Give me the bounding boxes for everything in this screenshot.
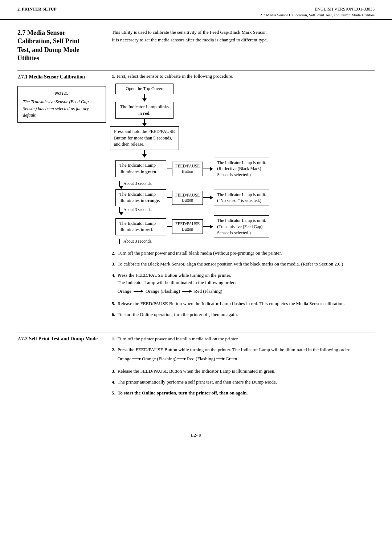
header-right: ENGLISH VERSION EO1-33035 2.7 Media Sens… — [260, 7, 375, 17]
step-272-1-num: 1. — [112, 335, 115, 343]
page-content: 2.7 Media Sensor Calibration, Self Print… — [0, 20, 392, 425]
fc-box-1: Open the Top Cover. — [115, 84, 173, 94]
subsection-271-left: 2.7.1 Media Sensor Calibration NOTE: The… — [17, 73, 112, 322]
section-title-left: 2.7 Media Sensor Calibration, Self Print… — [17, 29, 112, 63]
fc-arrow-right-3 — [203, 225, 213, 228]
step1-text: First, select the sensor to calibrate in… — [117, 73, 233, 79]
step-272-1: 1. Turn off the printer power and instal… — [112, 335, 375, 343]
step-272-2-num: 2. — [112, 346, 115, 353]
fc-branch-2-row: The Indicator Lamp illuminates in orange… — [115, 189, 269, 206]
step-6-num: 6. — [112, 311, 115, 318]
seq-arrow-1 — [132, 290, 145, 293]
steps-271: 2. Turn off the printer power and instal… — [112, 250, 375, 318]
fc-down-line-3 — [144, 150, 145, 154]
step-2-text: Turn off the printer power and install b… — [118, 250, 375, 257]
step-272-4: 4. The printer automatically performs a … — [112, 378, 375, 386]
step-272-4-num: 4. — [112, 378, 115, 386]
flowchart: Open the Top Cover. The Indicator Lamp b… — [115, 84, 375, 244]
fc-arrowhead-2 — [142, 123, 147, 126]
fc-about-2: About 3 seconds. — [119, 207, 152, 212]
step-272-3: 3. Release the FEED/PAUSE Button when th… — [112, 368, 375, 375]
fc-box-2: The Indicator Lamp blinks in red. — [115, 102, 173, 119]
section-desc1: This utility is used to calibrate the se… — [112, 29, 375, 36]
page-header: 2. PRINTER SETUP ENGLISH VERSION EO1-330… — [0, 0, 392, 20]
fc-arrow-right-1 — [203, 167, 213, 171]
step-272-3-text: Release the FEED/PAUSE Button when the I… — [118, 368, 375, 375]
fc-arrowhead-3 — [142, 154, 147, 158]
fc-branch-2-result: The Indicator Lamp is unlit. ("No sensor… — [214, 190, 269, 206]
page-number: E2- 9 — [191, 432, 201, 438]
step-3-text: To calibrate the Black Mark Sensor, alig… — [118, 260, 375, 268]
fc-down-arrow-2b — [119, 212, 123, 215]
fc-about-1: About 3 seconds. — [119, 181, 152, 186]
subsection-271: 2.7.1 Media Sensor Calibration NOTE: The… — [17, 73, 375, 322]
step-3-num: 3. — [112, 260, 115, 268]
subsection-272-heading: 2.7.2 Self Print Test and Dump Mode — [17, 335, 106, 343]
step1-num: 1. — [112, 73, 115, 79]
subsection-272: 2.7.2 Self Print Test and Dump Mode 1. T… — [17, 335, 375, 400]
step-272-4-text: The printer automatically performs a sel… — [118, 378, 375, 386]
step-6-text: To start the Online operation, turn the … — [118, 311, 375, 318]
step1-intro: 1. First, select the sensor to calibrate… — [112, 73, 375, 79]
step-3: 3. To calibrate the Black Mark Sensor, a… — [112, 260, 375, 268]
fc-branch-1-section: The Indicator Lamp illuminates in green.… — [115, 158, 269, 189]
seq-arrow-272-2 — [177, 357, 186, 360]
fc-branch-3-result: The Indicator Lamp is unlit. (Transmissi… — [214, 215, 269, 238]
subsection-272-right: 1. Turn off the printer power and instal… — [112, 335, 375, 400]
step-272-2: 2. Press the FEED/PAUSE Button while tur… — [112, 346, 375, 364]
header-section-label: 2. PRINTER SETUP — [17, 7, 57, 12]
step-272-5-num: 5. — [112, 389, 115, 397]
fc-down-arrow-1b — [119, 186, 123, 189]
note-title: NOTE: — [23, 90, 101, 97]
section-divider — [17, 70, 375, 70]
seq-arrow-272-3 — [216, 357, 225, 360]
step-272-1-text: Turn off the printer power and install a… — [118, 335, 375, 343]
about-1-label: About 3 seconds. — [123, 181, 152, 186]
section-heading: 2.7 Media Sensor Calibration, Self Print… — [17, 29, 106, 63]
note-box: NOTE: The Transmissive Sensor (Feed Gap … — [17, 86, 106, 123]
subsection-271-right: 1. First, select the sensor to calibrate… — [112, 73, 375, 322]
fc-branch-1-row: The Indicator Lamp illuminates in green.… — [115, 158, 269, 180]
section-description: This utility is used to calibrate the se… — [112, 29, 375, 44]
fc-branch-1-lamp: The Indicator Lamp illuminates in green. — [115, 160, 166, 177]
fc-branch-2-section: The Indicator Lamp illuminates in orange… — [115, 189, 269, 215]
step-2-num: 2. — [112, 250, 115, 257]
seq-arrow-2 — [181, 290, 193, 293]
step-2: 2. Turn off the printer power and instal… — [112, 250, 375, 257]
arrow-line-h — [167, 169, 172, 169]
step-272-5-text: To start the Online operation, turn the … — [118, 389, 375, 397]
step-6: 6. To start the Online operation, turn t… — [112, 311, 375, 318]
fc-branch-2-middle: FEED/PAUSE Button — [167, 191, 213, 205]
fc-branch-3-lamp: The Indicator Lamp illuminates in red. — [115, 218, 166, 235]
section-desc2: It is necessary to set the media sensors… — [112, 36, 375, 44]
fc-box-3: Press and hold the FEED/PAUSE Button for… — [110, 126, 179, 150]
page: 2. PRINTER SETUP ENGLISH VERSION EO1-330… — [0, 0, 392, 555]
fc-top-section: Open the Top Cover. The Indicator Lamp b… — [115, 84, 173, 158]
step-272-5: 5. To start the Online operation, turn t… — [112, 389, 375, 397]
about-2-label: About 3 seconds. — [123, 207, 152, 212]
section-title-row: 2.7 Media Sensor Calibration, Self Print… — [17, 29, 375, 63]
fc-branch-2-button: FEED/PAUSE Button — [172, 191, 203, 205]
step-4: 4. Press the FEED/PAUSE Button while tur… — [112, 272, 375, 296]
fc-arrowhead-1 — [142, 98, 147, 102]
header-subtitle: 2.7 Media Sensor Calibration, Self Print… — [260, 13, 375, 17]
step-5-num: 5. — [112, 300, 115, 307]
fc-branch-3-button: FEED/PAUSE Button — [172, 219, 203, 234]
page-footer: E2- 9 — [0, 432, 392, 445]
step-272-3-num: 3. — [112, 368, 115, 375]
about-3-label: About 3 seconds. — [123, 239, 152, 243]
fc-branch-3-section: The Indicator Lamp illuminates in red. F… — [115, 215, 269, 244]
fc-branch-2-lamp: The Indicator Lamp illuminates in orange… — [115, 189, 166, 206]
step-4-num: 4. — [112, 272, 115, 279]
step-5: 5. Release the FEED/PAUSE Button when th… — [112, 300, 375, 307]
fc-down-line-2 — [144, 119, 145, 123]
fc-about-3: About 3 seconds. — [119, 239, 152, 244]
step-272-2-text: Press the FEED/PAUSE Button while turnin… — [118, 346, 375, 364]
fc-branch-1-result: The Indicator Lamp is unlit. (Reflective… — [214, 158, 269, 180]
seq-arrow-272-1 — [132, 357, 141, 360]
step-4-text: Press the FEED/PAUSE Button while turnin… — [118, 272, 375, 296]
fc-arrow-right-2 — [203, 196, 213, 199]
note-text: The Transmissive Sensor (Feed Gap Sensor… — [23, 98, 101, 119]
section-divider-2 — [17, 332, 375, 332]
subsection-272-left: 2.7.2 Self Print Test and Dump Mode — [17, 335, 112, 400]
